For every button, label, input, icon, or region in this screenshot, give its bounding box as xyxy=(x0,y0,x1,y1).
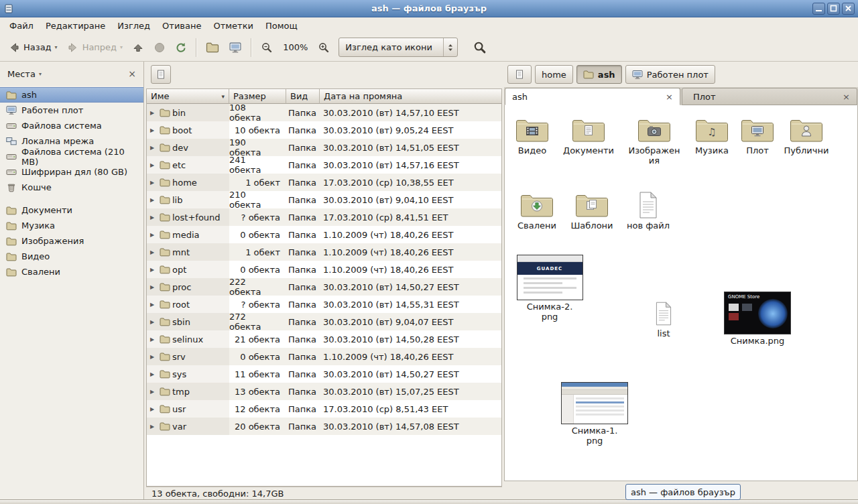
sidebar-title-dropdown-icon[interactable]: ▾ xyxy=(39,71,42,77)
table-row[interactable]: ▶etc241 обектаПапка30.03.2010 (вт) 14,57… xyxy=(147,156,501,174)
titlebar[interactable]: ash — файлов браузър xyxy=(0,0,858,17)
menu-item[interactable]: Редактиране xyxy=(40,17,111,34)
tab-ash[interactable]: ash× xyxy=(505,88,680,105)
sidebar-item[interactable]: Изображения xyxy=(0,233,143,249)
icon-view-item[interactable]: Документи xyxy=(559,116,618,155)
home-button[interactable] xyxy=(201,36,224,58)
table-row[interactable]: ▶home1 обектПапка17.03.2010 (ср) 10,38,5… xyxy=(147,174,501,191)
table-row[interactable]: ▶root? обектаПапка30.03.2010 (вт) 14,55,… xyxy=(147,296,501,313)
expander-icon[interactable]: ▶ xyxy=(150,197,158,203)
up-button[interactable] xyxy=(127,36,149,58)
back-dropdown-icon[interactable]: ▾ xyxy=(55,44,58,50)
sidebar-item[interactable]: ash xyxy=(0,87,143,103)
desktop-panel[interactable] xyxy=(0,499,858,504)
table-row[interactable]: ▶lost+found? обектаПапка17.03.2010 (ср) … xyxy=(147,208,501,226)
zoom-out-button[interactable] xyxy=(256,36,278,58)
pane-notebook-button[interactable] xyxy=(151,65,171,84)
sidebar-item[interactable]: Файлова система xyxy=(0,118,143,133)
expander-icon[interactable]: ▶ xyxy=(150,389,158,395)
icon-view-item[interactable]: GNOME StoreСнимка.png xyxy=(721,292,794,346)
tab-Плот[interactable]: Плот× xyxy=(682,88,857,105)
expander-icon[interactable]: ▶ xyxy=(150,180,158,186)
table-row[interactable]: ▶lib210 обектаПапка30.03.2010 (вт) 9,04,… xyxy=(147,191,501,208)
sort-indicator-icon[interactable]: ▾ xyxy=(221,93,225,100)
forward-button[interactable]: Напред ▾ xyxy=(62,36,128,58)
sidebar-item[interactable]: Свалени xyxy=(0,264,143,279)
close-button[interactable] xyxy=(842,3,855,15)
sidebar-item[interactable]: Файлова система (210 MB) xyxy=(0,149,143,164)
icon-view-item[interactable]: Изображен ия xyxy=(625,116,684,166)
menu-item[interactable]: Изглед xyxy=(111,17,156,34)
path-button[interactable]: Работен плот xyxy=(625,65,715,84)
expander-icon[interactable]: ▶ xyxy=(150,354,158,360)
column-header[interactable]: Дата на промяна xyxy=(320,89,501,104)
sidebar-item[interactable]: Шифриран дял (80 GB) xyxy=(0,164,143,180)
expander-icon[interactable]: ▶ xyxy=(150,145,158,151)
table-row[interactable]: ▶mnt1 обектПапка1.10.2009 (чт) 18,40,26 … xyxy=(147,243,501,261)
expander-icon[interactable]: ▶ xyxy=(150,127,158,133)
expander-icon[interactable]: ▶ xyxy=(150,162,158,168)
table-row[interactable]: ▶var20 обектаПапка30.03.2010 (вт) 14,57,… xyxy=(147,418,501,435)
table-row[interactable]: ▶media0 обектаПапка1.10.2009 (чт) 18,40,… xyxy=(147,226,501,243)
maximize-button[interactable] xyxy=(827,3,840,15)
menu-item[interactable]: Файл xyxy=(3,17,40,34)
icon-view-item[interactable]: list xyxy=(634,300,693,338)
back-button[interactable]: Назад ▾ xyxy=(3,36,62,58)
sidebar-item[interactable]: Документи xyxy=(0,202,143,218)
expander-icon[interactable]: ▶ xyxy=(150,302,158,308)
table-row[interactable]: ▶bin108 обектаПапка30.03.2010 (вт) 14,57… xyxy=(147,104,501,121)
search-button[interactable] xyxy=(469,36,491,58)
expander-icon[interactable]: ▶ xyxy=(150,110,158,116)
table-row[interactable]: ▶selinux21 обектаПапка30.03.2010 (вт) 14… xyxy=(147,330,501,348)
expander-icon[interactable]: ▶ xyxy=(150,371,158,377)
table-row[interactable]: ▶opt0 обектаПапка1.10.2009 (чт) 18,40,26… xyxy=(147,261,501,278)
table-row[interactable]: ▶sys11 обектаПапка30.03.2010 (вт) 14,50,… xyxy=(147,365,501,383)
sidebar-item[interactable]: Видео xyxy=(0,249,143,264)
expander-icon[interactable]: ▶ xyxy=(150,319,158,325)
table-row[interactable]: ▶tmp13 обектаПапка30.03.2010 (вт) 15,07,… xyxy=(147,383,501,400)
forward-dropdown-icon[interactable]: ▾ xyxy=(120,44,123,50)
table-row[interactable]: ▶srv0 обектаПапка1.10.2009 (чт) 18,40,26… xyxy=(147,348,501,365)
column-header[interactable]: Вид xyxy=(286,89,320,104)
window-list-button[interactable]: ash — файлов браузър xyxy=(625,484,741,500)
sidebar-item[interactable]: Музика xyxy=(0,218,143,233)
computer-button[interactable] xyxy=(224,36,247,58)
sidebar-title[interactable]: Места xyxy=(7,69,36,79)
column-header[interactable]: Име▾ xyxy=(147,89,229,104)
table-row[interactable]: ▶dev190 обектаПапка30.03.2010 (вт) 14,51… xyxy=(147,139,501,156)
icon-view-item[interactable]: Снимка-1. png xyxy=(558,382,631,446)
icon-view-item[interactable]: нов файл xyxy=(619,191,678,231)
expander-icon[interactable]: ▶ xyxy=(150,406,158,412)
path-button[interactable] xyxy=(507,65,532,84)
expander-icon[interactable]: ▶ xyxy=(150,249,158,255)
table-row[interactable]: ▶usr12 обектаПапка17.03.2010 (ср) 8,51,4… xyxy=(147,400,501,418)
minimize-button[interactable] xyxy=(812,3,825,15)
tab-close-icon[interactable]: × xyxy=(666,92,673,102)
menu-item[interactable]: Отиване xyxy=(156,17,207,34)
table-row[interactable]: ▶boot10 обектаПапка30.03.2010 (вт) 9,05,… xyxy=(147,121,501,139)
path-button[interactable]: home xyxy=(535,65,573,84)
reload-button[interactable] xyxy=(170,36,192,58)
icon-view-item[interactable]: Свалени xyxy=(507,191,566,231)
sidebar-close-icon[interactable]: × xyxy=(128,68,136,79)
expander-icon[interactable]: ▶ xyxy=(150,336,158,342)
zoom-in-button[interactable] xyxy=(313,36,334,58)
menu-item[interactable]: Помощ xyxy=(259,17,304,34)
menu-item[interactable]: Отметки xyxy=(207,17,259,34)
expander-icon[interactable]: ▶ xyxy=(150,424,158,430)
path-button[interactable]: ash xyxy=(576,65,622,84)
expander-icon[interactable]: ▶ xyxy=(150,267,158,273)
icon-view-item[interactable]: GUADECСнимка-2. png xyxy=(514,255,586,322)
expander-icon[interactable]: ▶ xyxy=(150,284,158,290)
table-row[interactable]: ▶sbin272 обектаПапка30.03.2010 (вт) 9,04… xyxy=(147,313,501,330)
icon-view-item[interactable]: Шаблони xyxy=(562,191,621,231)
table-row[interactable]: ▶proc222 обектаПапка30.03.2010 (вт) 14,5… xyxy=(147,278,501,296)
expander-icon[interactable]: ▶ xyxy=(150,232,158,238)
icon-view-item[interactable]: Публични xyxy=(777,116,836,155)
tab-close-icon[interactable]: × xyxy=(843,92,850,102)
sidebar-item[interactable]: Кошче xyxy=(0,180,143,195)
column-header[interactable]: Размер xyxy=(229,89,286,104)
expander-icon[interactable]: ▶ xyxy=(150,214,158,220)
stop-button[interactable] xyxy=(149,36,170,58)
icon-view-item[interactable]: Видео xyxy=(504,116,562,155)
